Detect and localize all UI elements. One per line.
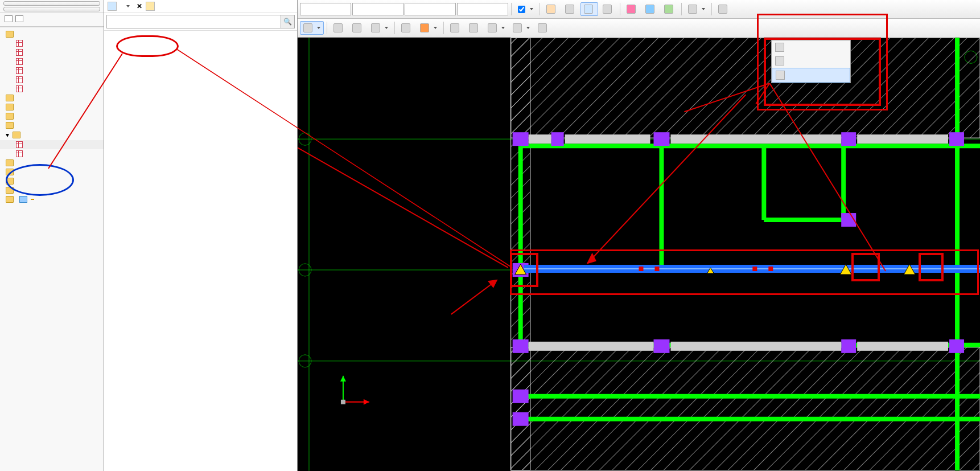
folder-cad[interactable] — [0, 195, 104, 204]
grid-icon — [16, 49, 23, 56]
respan-icon — [775, 43, 784, 52]
folder-opening[interactable] — [0, 121, 104, 130]
folder-icon — [6, 95, 14, 101]
copyspan-button[interactable] — [509, 21, 533, 35]
span-attr-button[interactable] — [447, 21, 464, 35]
left-panel: ▾ — [0, 0, 104, 471]
main-area — [298, 0, 980, 471]
folder-icon — [13, 132, 20, 138]
arc3-button[interactable] — [368, 21, 392, 35]
tree-item-raft[interactable] — [0, 48, 104, 57]
floor-combo[interactable] — [300, 3, 351, 15]
folder-icon — [6, 122, 14, 129]
cad-canvas[interactable] — [298, 38, 980, 471]
cad-extra-icon — [19, 196, 27, 203]
attr-button[interactable] — [543, 2, 561, 16]
smart-button[interactable] — [417, 21, 440, 35]
svg-line-59 — [451, 280, 497, 314]
folder-column[interactable] — [0, 103, 104, 112]
svg-rect-36 — [565, 134, 650, 144]
tree-item-axis[interactable] — [0, 39, 104, 48]
component-list-button[interactable] — [580, 2, 598, 16]
svg-rect-40 — [670, 342, 841, 351]
folder-icon — [6, 196, 14, 203]
tree-root-common[interactable] — [0, 30, 104, 39]
delete-button[interactable]: ✕ — [137, 2, 142, 10]
tab-draw-input[interactable] — [3, 7, 100, 11]
copy-icon[interactable] — [146, 2, 155, 11]
svg-rect-46 — [752, 267, 757, 271]
folder-icon — [6, 187, 14, 194]
tree-item-ringbeam[interactable] — [0, 149, 104, 158]
erase-icon — [718, 5, 727, 14]
category2-combo[interactable] — [405, 3, 456, 15]
folder-wall[interactable] — [0, 112, 104, 121]
angle-icon — [664, 5, 673, 14]
delete-aux-button[interactable] — [715, 2, 732, 16]
rebar-button[interactable] — [562, 2, 579, 16]
menu-delete-support[interactable] — [772, 54, 850, 68]
component-list-panel: ✕ 🔍 — [104, 0, 298, 471]
tree-item-beam[interactable] — [0, 140, 104, 149]
folder-beam[interactable]: ▾ — [0, 130, 104, 140]
folder-icon — [6, 178, 14, 185]
batch-button[interactable] — [534, 21, 552, 35]
tree-item-beam-l[interactable] — [0, 75, 104, 84]
toolbar-top — [298, 0, 980, 19]
aux3pt-button[interactable] — [685, 2, 709, 16]
search-icon[interactable]: 🔍 — [281, 15, 295, 28]
beam-icon — [16, 141, 23, 148]
beam-icon — [16, 150, 23, 157]
set-support-icon — [776, 71, 785, 80]
new-doc-icon[interactable] — [108, 2, 117, 11]
svg-rect-44 — [639, 267, 644, 271]
menu-set-support[interactable] — [772, 68, 850, 83]
menu-respan[interactable] — [772, 40, 850, 54]
tree-item-column[interactable] — [0, 57, 104, 66]
expand-icon[interactable] — [15, 15, 23, 22]
parallel-button[interactable] — [642, 2, 660, 16]
search-input[interactable] — [106, 15, 281, 28]
list-icon — [584, 5, 593, 14]
pointangle-button[interactable] — [661, 2, 678, 16]
layer-toggle[interactable] — [514, 3, 537, 15]
folder-axis[interactable] — [0, 93, 104, 103]
collapse-icon[interactable] — [5, 15, 13, 22]
select-button[interactable] — [300, 21, 324, 35]
svg-rect-25 — [841, 132, 856, 146]
line-button[interactable] — [330, 21, 348, 35]
svg-rect-38 — [857, 134, 948, 144]
tree-item-wall[interactable] — [0, 66, 104, 75]
folder-foundation[interactable] — [0, 167, 104, 177]
svg-rect-10 — [511, 347, 980, 470]
grid-icon — [16, 85, 23, 92]
mark-icon — [469, 23, 478, 32]
respan-icon — [488, 23, 497, 32]
origin-button[interactable] — [466, 21, 483, 35]
ptlen-button[interactable] — [349, 21, 367, 35]
folder-other[interactable] — [0, 177, 104, 186]
copy-icon — [513, 23, 522, 32]
respan-button[interactable] — [484, 21, 508, 35]
tree-item-slab[interactable] — [0, 84, 104, 93]
svg-rect-37 — [670, 134, 841, 144]
svg-rect-29 — [513, 339, 529, 353]
folder-slab[interactable] — [0, 158, 104, 167]
tab-project-settings[interactable] — [3, 1, 100, 6]
component-tree[interactable] — [104, 31, 297, 471]
svg-rect-35 — [529, 134, 551, 144]
rect-button[interactable] — [398, 21, 415, 35]
component-combo[interactable] — [457, 3, 508, 15]
svg-rect-33 — [513, 390, 529, 403]
layer-checkbox[interactable] — [518, 6, 525, 13]
aux-icon — [688, 5, 697, 14]
span-icon — [450, 23, 459, 32]
category1-combo[interactable] — [352, 3, 403, 15]
category-tree: ▾ — [0, 27, 104, 437]
twopoint-button[interactable] — [623, 2, 641, 16]
pick-button[interactable] — [599, 2, 617, 16]
folder-custom[interactable] — [0, 186, 104, 195]
smart-icon — [420, 23, 429, 32]
svg-rect-41 — [857, 342, 948, 351]
new-button[interactable] — [120, 3, 133, 10]
